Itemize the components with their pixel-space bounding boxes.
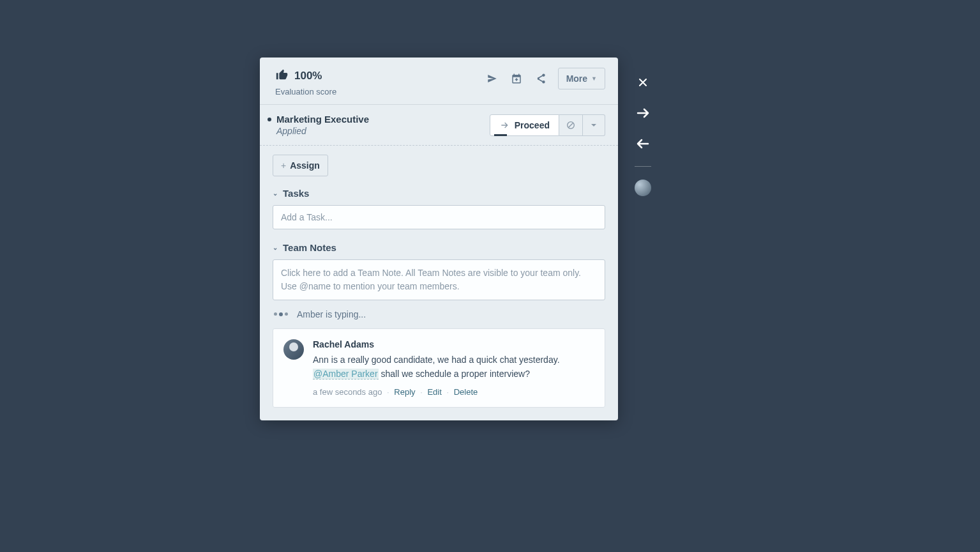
- candidate-panel: 100% Evaluation score More ▼ Marketin: [260, 57, 618, 420]
- reply-button[interactable]: Reply: [394, 387, 415, 397]
- stage-info: Marketing Executive Applied: [275, 114, 369, 136]
- plus-icon: +: [281, 160, 286, 171]
- caret-down-icon: ▼: [591, 75, 597, 82]
- note-author: Rachel Adams: [313, 339, 594, 349]
- note-text-after: shall we schedule a proper interview?: [379, 369, 530, 379]
- note-text: Ann is a really good candidate, we had a…: [313, 353, 594, 381]
- edit-button[interactable]: Edit: [427, 387, 441, 397]
- caret-down-icon: [591, 122, 597, 128]
- tasks-title: Tasks: [283, 188, 309, 199]
- stage-actions: Proceed: [490, 114, 605, 136]
- close-button[interactable]: [633, 73, 652, 92]
- block-icon: [566, 120, 576, 130]
- reject-button[interactable]: [559, 114, 583, 136]
- more-button[interactable]: More ▼: [558, 68, 605, 89]
- more-label: More: [566, 73, 587, 84]
- note-timestamp: a few seconds ago: [313, 387, 382, 397]
- job-title: Marketing Executive: [276, 114, 369, 125]
- note-content: Rachel Adams Ann is a really good candid…: [313, 339, 594, 397]
- side-controls: [633, 73, 652, 196]
- add-task-input[interactable]: [273, 205, 605, 229]
- user-avatar[interactable]: [635, 180, 651, 196]
- score-value: 100%: [294, 70, 322, 82]
- tasks-header[interactable]: ⌄ Tasks: [273, 188, 605, 199]
- assign-label: Assign: [290, 160, 320, 171]
- proceed-label: Proceed: [515, 120, 550, 130]
- arrow-right-icon: [499, 120, 509, 130]
- next-button[interactable]: [633, 103, 652, 123]
- typing-indicator: Amber is typing...: [273, 309, 605, 319]
- thumbs-up-icon: [275, 68, 289, 84]
- arrow-left-icon: [635, 136, 651, 151]
- team-note: Rachel Adams Ann is a really good candid…: [273, 328, 605, 408]
- bullet-icon: [268, 118, 271, 121]
- note-text-before: Ann is a really good candidate, we had a…: [313, 355, 560, 365]
- typing-status: Amber is typing...: [297, 309, 366, 319]
- calendar-add-icon[interactable]: [506, 68, 527, 89]
- assign-button[interactable]: + Assign: [273, 155, 328, 176]
- arrow-right-icon: [635, 105, 651, 121]
- panel-body: + Assign ⌄ Tasks ⌄ Team Notes Click here…: [260, 146, 618, 420]
- panel-header: 100% Evaluation score More ▼: [260, 57, 618, 105]
- stage-dropdown-button[interactable]: [583, 114, 605, 136]
- chevron-down-icon: ⌄: [273, 190, 278, 197]
- team-notes-header[interactable]: ⌄ Team Notes: [273, 242, 605, 253]
- share-icon[interactable]: [530, 68, 552, 89]
- note-meta: a few seconds ago · Reply · Edit · Delet…: [313, 387, 594, 397]
- chevron-down-icon: ⌄: [273, 244, 278, 251]
- avatar: [283, 339, 304, 360]
- score-label: Evaluation score: [275, 87, 336, 96]
- job-status: Applied: [276, 126, 369, 136]
- close-icon: [637, 76, 649, 89]
- note-placeholder: Click here to add a Team Note. All Team …: [281, 268, 581, 291]
- stage-row: Marketing Executive Applied Proceed: [260, 105, 618, 146]
- team-notes-title: Team Notes: [283, 242, 336, 253]
- evaluation-score: 100% Evaluation score: [275, 68, 336, 96]
- add-note-input[interactable]: Click here to add a Team Note. All Team …: [273, 259, 605, 300]
- header-actions: More ▼: [481, 68, 605, 89]
- mention[interactable]: @Amber Parker: [313, 369, 379, 379]
- prev-button[interactable]: [633, 134, 652, 153]
- proceed-button[interactable]: Proceed: [490, 114, 559, 136]
- typing-dots-icon: [274, 312, 288, 316]
- delete-button[interactable]: Delete: [454, 387, 478, 397]
- send-icon[interactable]: [481, 68, 503, 89]
- divider: [635, 166, 651, 167]
